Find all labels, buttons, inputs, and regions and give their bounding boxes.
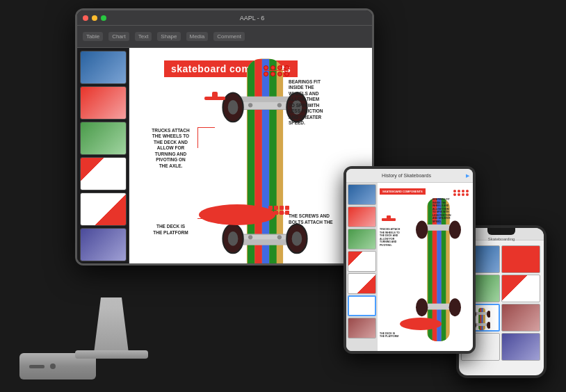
svg-rect-44 bbox=[387, 215, 391, 221]
ipad-deck-oval bbox=[400, 318, 442, 330]
bearing-dot-3 bbox=[277, 65, 282, 70]
bearings-connector-line bbox=[264, 70, 289, 71]
ipad-bearings-text: BEARINGS FITINSIDE THEWHEELS ANDALLOW TH… bbox=[432, 198, 471, 223]
svg-rect-8 bbox=[248, 58, 254, 263]
ipad-play-button[interactable]: ▶ bbox=[466, 173, 469, 179]
close-button[interactable] bbox=[83, 15, 88, 21]
slide-thumb-inner-5 bbox=[81, 193, 126, 225]
bearing-dot-8 bbox=[284, 72, 289, 76]
svg-point-40 bbox=[449, 221, 461, 239]
mac-mini-power-button bbox=[50, 364, 56, 369]
svg-point-27 bbox=[248, 235, 252, 239]
ipad-slide-thumb-3[interactable] bbox=[348, 229, 376, 250]
slide-thumb-1[interactable] bbox=[80, 51, 127, 84]
minimize-button[interactable] bbox=[92, 15, 97, 21]
svg-rect-16 bbox=[237, 239, 292, 245]
ipad: History of Skateboards ▶ SKATEBOARD COMP… bbox=[343, 166, 476, 354]
app-body: skateboard bbox=[77, 48, 372, 263]
iphone-thumb-2[interactable] bbox=[501, 245, 540, 273]
monitor: AAPL - 6 Table Chart Text Shape Media Co… bbox=[75, 8, 374, 266]
iphone-thumb-4[interactable] bbox=[501, 275, 540, 302]
svg-rect-30 bbox=[212, 92, 218, 100]
slides-panel[interactable]: skateboard bbox=[77, 48, 129, 263]
ipad-bearing-dots bbox=[453, 190, 469, 196]
svg-point-18 bbox=[228, 100, 238, 115]
ipad-slides-panel: SKATEBOARD COMPONENTS bbox=[346, 183, 473, 351]
slide-thumb-inner-3 bbox=[81, 122, 126, 154]
svg-point-24 bbox=[292, 231, 302, 246]
svg-point-22 bbox=[228, 231, 238, 246]
ipad-trucks-text: TRUCKS ATTACHTHE WHEELS TOTHE DECK ANDAL… bbox=[380, 228, 411, 247]
svg-rect-11 bbox=[269, 58, 276, 263]
svg-rect-48 bbox=[482, 308, 483, 330]
ipad-slide-thumb-1[interactable] bbox=[348, 184, 376, 205]
ipad-deck-text: THE DECK ISTHE PLATFORM bbox=[380, 332, 398, 338]
main-canvas: skateboard components bbox=[129, 48, 372, 263]
bearing-dot-1 bbox=[264, 65, 268, 70]
svg-rect-47 bbox=[480, 308, 482, 330]
svg-point-42 bbox=[449, 298, 461, 316]
ipad-screen: History of Skateboards ▶ SKATEBOARD COMP… bbox=[346, 169, 473, 351]
ipad-slide-thumb-4[interactable] bbox=[348, 251, 376, 272]
trucks-annotation: TRUCKS ATTACH THE WHEELS TO THE DECK AND… bbox=[145, 128, 197, 169]
slide-thumb-5[interactable] bbox=[80, 193, 127, 226]
svg-point-53 bbox=[487, 311, 490, 318]
iphone-thumb-6[interactable] bbox=[501, 304, 540, 332]
ipad-slide-thumb-7[interactable] bbox=[348, 318, 376, 338]
bearing-dot-6 bbox=[270, 72, 275, 76]
screw-dot-4 bbox=[285, 206, 289, 210]
bearing-dot-2 bbox=[270, 65, 275, 70]
monitor-stand-base bbox=[75, 350, 148, 359]
trucks-connector-line2 bbox=[197, 127, 198, 148]
mac-mini-slot bbox=[29, 365, 45, 368]
ipad-slide-thumb-6[interactable] bbox=[348, 295, 376, 316]
monitor-stand bbox=[94, 297, 129, 353]
slide-thumb-6[interactable] bbox=[80, 228, 127, 261]
trucks-connector-line bbox=[197, 127, 215, 128]
ipad-truck-icon bbox=[382, 214, 396, 228]
media-button[interactable]: Media bbox=[186, 32, 209, 41]
svg-point-41 bbox=[416, 298, 428, 316]
slide-canvas: skateboard components bbox=[129, 48, 372, 263]
svg-point-55 bbox=[487, 322, 490, 329]
ipad-slide-list bbox=[346, 183, 378, 351]
window-title: AAPL - 6 bbox=[138, 15, 366, 22]
chart-button[interactable]: Chart bbox=[108, 32, 129, 41]
slide-thumb-4[interactable] bbox=[80, 157, 127, 190]
iphone-thumb-8[interactable] bbox=[501, 333, 540, 361]
bearing-dot-4 bbox=[284, 65, 289, 70]
slide-thumb-2[interactable] bbox=[80, 86, 127, 120]
slide-thumb-inner-6 bbox=[81, 229, 126, 261]
ipad-toolbar: History of Skateboards ▶ bbox=[346, 169, 473, 183]
svg-point-25 bbox=[248, 103, 252, 107]
bearing-dots bbox=[264, 65, 290, 76]
slide-thumb-inner-1 bbox=[81, 51, 126, 83]
deck-oval bbox=[199, 204, 275, 225]
ipad-slide-thumb-2[interactable] bbox=[348, 206, 376, 227]
keynote-window: AAPL - 6 Table Chart Text Shape Media Co… bbox=[77, 10, 372, 263]
ipad-app-title: History of Skateboards bbox=[350, 173, 463, 178]
svg-rect-10 bbox=[262, 58, 269, 263]
shape-button[interactable]: Shape bbox=[157, 32, 180, 41]
svg-rect-14 bbox=[237, 97, 292, 102]
ipad-main-slide: SKATEBOARD COMPONENTS bbox=[378, 183, 473, 351]
toolbar: Table Chart Text Shape Media Comment bbox=[77, 26, 372, 48]
svg-rect-51 bbox=[474, 323, 489, 326]
screw-dot-2 bbox=[274, 206, 278, 210]
slide-thumb-3[interactable] bbox=[80, 122, 127, 155]
bearing-dot-5 bbox=[264, 72, 268, 76]
ipad-slide-thumb-5[interactable] bbox=[348, 273, 376, 294]
svg-rect-50 bbox=[474, 312, 489, 315]
title-bar: AAPL - 6 bbox=[77, 10, 372, 26]
deck-connector-line bbox=[197, 218, 211, 219]
bearing-dot-7 bbox=[277, 72, 282, 76]
fullscreen-button[interactable] bbox=[101, 15, 106, 21]
table-button[interactable]: Table bbox=[83, 32, 103, 41]
svg-point-28 bbox=[277, 235, 282, 239]
svg-point-39 bbox=[416, 221, 428, 239]
svg-rect-9 bbox=[254, 58, 261, 263]
comment-button[interactable]: Comment bbox=[213, 32, 245, 41]
screw-dot-3 bbox=[280, 206, 284, 210]
text-button[interactable]: Text bbox=[135, 32, 152, 41]
slide-thumb-inner-4 bbox=[81, 158, 126, 190]
